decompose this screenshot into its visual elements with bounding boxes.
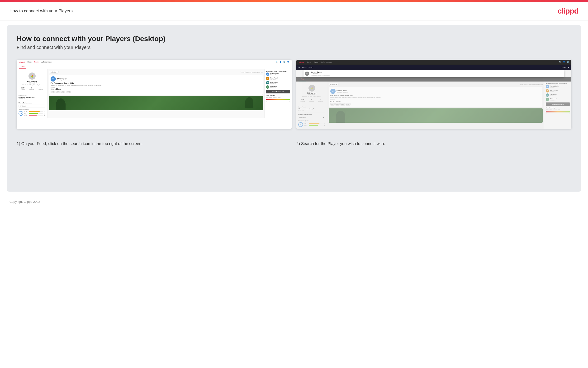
tags-row: OTT APP ARG PUTT xyxy=(51,91,261,93)
player-item-2: PP Piers Parnell Activities: 4 xyxy=(266,77,290,80)
nav-home-2[interactable]: Home xyxy=(307,61,311,63)
screenshot-1: clippd Home Teams My Performance 🔍 👤 ⚙️ … xyxy=(17,60,292,129)
settings-icon-2[interactable]: ⚙️ xyxy=(567,61,569,63)
player-avatar-1: RB xyxy=(266,73,269,76)
team-heatmap-title-1: Team Heatmap xyxy=(266,95,290,96)
user-icon[interactable]: 👤 xyxy=(279,61,282,63)
profile-avatar-2: ⛳ xyxy=(308,85,315,92)
player-item-3: HP Hiral Pujara Activities: 3 xyxy=(266,81,290,84)
app-body-2: ⛳ Blair McHarg Golf Coach Mill Ride Golf… xyxy=(296,82,571,129)
team-dashboard-button-1[interactable]: Team Dashboard xyxy=(266,90,290,93)
player-avatar-2: PP xyxy=(266,77,269,80)
nav-icons-2: 🔍 👤 ⚙️ xyxy=(559,61,569,63)
profile-section-2: ⛳ Blair McHarg Golf Coach Mill Ride Golf… xyxy=(298,83,325,105)
search-result-club: Cypress Point Club, United Kingdom xyxy=(311,74,330,76)
app-nav-2: clippd Home Teams My Performance 🔍 👤 ⚙️ xyxy=(296,60,571,65)
footer: Copyright Clippd 2022 xyxy=(0,196,588,207)
user-icon-2[interactable]: 👤 xyxy=(563,61,565,63)
header: How to connect with your Players clippd xyxy=(0,2,588,20)
avatar-nav[interactable]: 👤 xyxy=(287,61,289,63)
nav-my-performance[interactable]: My Performance xyxy=(41,61,52,63)
profile-club: Mill Ride Golf Club, United Kingdom xyxy=(18,84,45,86)
player-selector[interactable]: Eli Vincent ▾ xyxy=(18,105,45,107)
feed-tab-bar: Feed xyxy=(17,65,292,69)
center-panel-2: Following ▾ Control who can see your act… xyxy=(327,82,544,129)
right-panel-2: Most Active Players - Last 30 days RB Ri… xyxy=(544,82,571,129)
bars-section: OTT 79 APP 70 xyxy=(25,110,45,116)
nav-teams-2[interactable]: Teams xyxy=(314,61,318,63)
search-icon-overlay: 🔍 xyxy=(298,66,300,68)
player-avatar-3: HP xyxy=(266,81,269,84)
stats-row: 129 Activities 3 Followers 4 Following xyxy=(18,86,45,92)
mock-app-2: clippd Home Teams My Performance 🔍 👤 ⚙️ … xyxy=(296,60,571,129)
feed-tab[interactable]: Feed xyxy=(19,65,26,69)
search-result-dropdown: MT Marcus Turner 1.5 Handicap Cypress Po… xyxy=(304,70,564,77)
close-button[interactable]: ✕ xyxy=(568,66,570,69)
golfer-figure-1 xyxy=(56,98,66,110)
mock-app-1: clippd Home Teams My Performance 🔍 👤 ⚙️ … xyxy=(17,60,292,118)
search-input[interactable]: Marcus Turner xyxy=(302,66,560,68)
golf-image xyxy=(49,96,263,110)
stat-following: 4 Following xyxy=(38,87,43,90)
profile-avatar: ⛳ xyxy=(28,73,36,80)
tag-app: APP xyxy=(56,91,60,93)
richard-avatar: RB xyxy=(51,76,56,82)
heatmap-scale-1: -5 +5 xyxy=(266,101,290,102)
clear-button[interactable]: CLEAR xyxy=(561,67,566,68)
nav-teams[interactable]: Teams xyxy=(34,61,38,63)
team-dashboard-button-2[interactable]: Team Dashboard xyxy=(546,102,570,106)
player-avatar-4: EV xyxy=(266,85,269,89)
latest-activity-section: Latest Activity Afternoon round of golf … xyxy=(18,95,45,99)
profile-section: ⛳ Blair McHarg Golf Coach Mill Ride Golf… xyxy=(18,71,45,93)
player-performance-section: Player Performance Eli Vincent ▾ Total P… xyxy=(18,101,45,116)
heatmap-sub-1: Shot Quality - 20 Round Trend xyxy=(266,97,290,98)
nav-items-1: Home Teams My Performance xyxy=(27,61,52,63)
bar-app: APP 70 xyxy=(25,112,45,114)
score-section: 84 OTT 79 APP xyxy=(18,110,45,116)
left-panel-2: ⛳ Blair McHarg Golf Coach Mill Ride Golf… xyxy=(296,82,327,129)
top-gradient-bar xyxy=(0,0,588,2)
heatmap-bar-1 xyxy=(266,99,290,100)
center-panel-1: Following ▾ Control who can see your act… xyxy=(47,69,264,118)
player-perf-2: Player Performance Eli Vincent ▾ Total P… xyxy=(298,112,325,127)
right-panel-1: Most Active Players - Last 30 days RB Ri… xyxy=(264,69,292,118)
copyright-text: Copyright Clippd 2022 xyxy=(9,200,40,203)
caption-2-text: 2) Search for the Player you wish to con… xyxy=(296,141,385,146)
search-icon[interactable]: 🔍 xyxy=(275,61,278,63)
feed-tab-bar-2: Feed xyxy=(296,77,571,82)
activity-card-header: RB Richard Butler Yesterday · The Grove xyxy=(51,76,261,82)
feed-tab-2: Feed xyxy=(299,77,306,81)
tag-ott: OTT xyxy=(51,91,55,93)
stat-activities: 129 Activities xyxy=(21,87,25,90)
page-subtitle: Find and connect with your Players xyxy=(17,45,571,50)
profile-role: Golf Coach xyxy=(18,82,45,84)
screenshots-row: clippd Home Teams My Performance 🔍 👤 ⚙️ … xyxy=(17,60,571,129)
profile-name: Blair McHarg xyxy=(18,81,45,82)
app-logo-2: clippd xyxy=(299,61,304,63)
nav-my-perf-2[interactable]: My Performance xyxy=(321,61,332,63)
app-nav-1: clippd Home Teams My Performance 🔍 👤 ⚙️ … xyxy=(17,60,292,65)
search-bar-overlay: 🔍 Marcus Turner CLEAR ✕ xyxy=(296,65,571,70)
following-button[interactable]: Following ▾ xyxy=(49,71,59,74)
control-link[interactable]: Control who can see your activity and da… xyxy=(241,71,263,73)
tag-putt: PUTT xyxy=(66,91,71,93)
search-result-avatar: MT xyxy=(305,72,309,76)
caption-1-text: 1) On your Feed, click on the search ico… xyxy=(17,141,142,146)
search-icon-2[interactable]: 🔍 xyxy=(559,61,562,63)
nav-items-2: Home Teams My Performance xyxy=(307,61,332,63)
dimmed-background: Feed ⛳ Blair McHarg Golf Coach Mill Ride… xyxy=(296,77,571,129)
clippd-logo: clippd xyxy=(558,7,579,15)
app-body-1: ⛳ Blair McHarg Golf Coach Mill Ride Golf… xyxy=(17,69,292,118)
caption-2: 2) Search for the Player you wish to con… xyxy=(296,136,571,147)
stat-followers: 3 Followers xyxy=(29,87,34,90)
search-result-item[interactable]: MT Marcus Turner 1.5 Handicap Cypress Po… xyxy=(305,71,563,76)
header-title: How to connect with your Players xyxy=(9,9,73,14)
bar-ott: OTT 79 xyxy=(25,110,45,112)
nav-home[interactable]: Home xyxy=(27,61,32,63)
player-item-4: EV Eli Vincent Activities: 1 xyxy=(266,85,290,89)
following-row: Following ▾ Control who can see your act… xyxy=(49,71,263,74)
bar-arg: ARG 61 xyxy=(25,114,45,116)
settings-icon[interactable]: ⚙️ xyxy=(283,61,285,63)
main-content: How to connect with your Players (Deskto… xyxy=(7,25,581,192)
score-circle: 84 xyxy=(18,111,23,116)
